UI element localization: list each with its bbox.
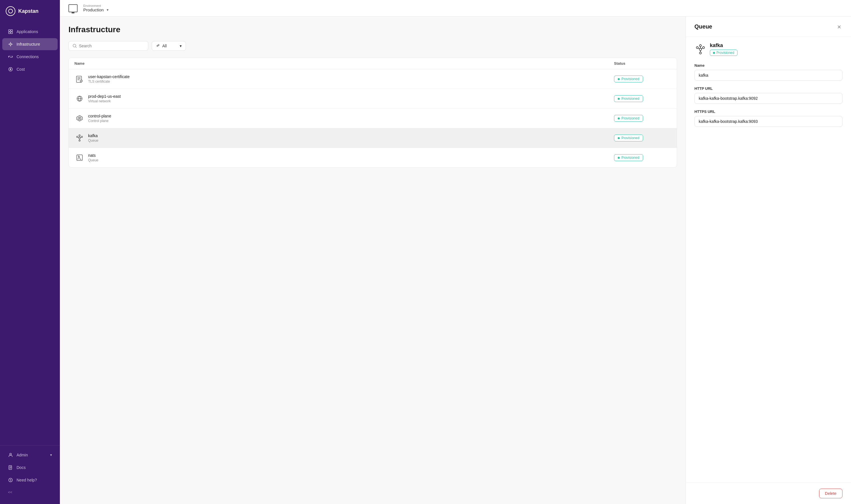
- svg-point-9: [10, 481, 11, 482]
- svg-point-4: [10, 43, 12, 45]
- sidebar-item-infrastructure[interactable]: Infrastructure: [2, 38, 58, 50]
- item-details: nats Queue: [88, 153, 99, 162]
- status-dot: [618, 157, 620, 159]
- sidebar-item-connections[interactable]: Connections: [2, 51, 58, 63]
- detail-status-badge: Provisioned: [710, 50, 738, 56]
- status-badge: Provisioned: [614, 95, 643, 102]
- status-dot: [618, 137, 620, 139]
- sidebar-nav: Applications Infrastructure Connections: [0, 22, 60, 445]
- detail-body: Name HTTP URL HTTPS URL: [686, 60, 851, 483]
- svg-point-11: [157, 45, 158, 47]
- list-panel: Infrastructure: [60, 17, 686, 504]
- field-group-https-url: HTTPS URL: [694, 109, 843, 127]
- svg-point-24: [699, 48, 702, 51]
- status-badge: Provisioned: [614, 134, 643, 141]
- item-name: kafka: [88, 133, 99, 138]
- item-info: user-kapstan-certificate TLS certificate: [74, 74, 614, 84]
- page-body: Infrastructure: [60, 17, 851, 504]
- filter-icon: [156, 44, 160, 48]
- detail-service-info: kafka Provisioned: [710, 42, 738, 56]
- filter-label: All: [162, 43, 167, 48]
- search-icon: [73, 44, 77, 48]
- sidebar-item-docs[interactable]: Docs: [2, 462, 58, 473]
- toolbar: All ▾: [68, 41, 677, 51]
- infra-table: Name Status: [68, 58, 677, 168]
- field-group-http-url: HTTP URL: [694, 86, 843, 104]
- app-logo[interactable]: Kapstan: [0, 0, 60, 22]
- collapse-icon: <<: [8, 490, 12, 494]
- app-name: Kapstan: [18, 8, 38, 14]
- network-icon: [74, 93, 85, 104]
- field-group-name: Name: [694, 63, 843, 81]
- detail-kafka-icon: [694, 43, 706, 55]
- item-details: prod-dep1-us-east Virtual network: [88, 94, 121, 103]
- filter-chevron-icon: ▾: [180, 43, 182, 48]
- detail-panel-title: Queue: [694, 23, 712, 30]
- detail-footer: Delete: [686, 483, 851, 504]
- sidebar-cost-label: Cost: [17, 67, 25, 72]
- filter-dropdown[interactable]: All ▾: [152, 41, 186, 51]
- sidebar-applications-label: Applications: [17, 29, 38, 34]
- item-details: control-plane Control plane: [88, 114, 111, 123]
- svg-point-28: [703, 47, 705, 49]
- svg-point-8: [9, 478, 13, 482]
- status-text: Provisioned: [621, 97, 639, 101]
- status-text: Provisioned: [621, 136, 639, 140]
- field-input-https-url[interactable]: [694, 116, 843, 127]
- table-header: Name Status: [69, 58, 677, 69]
- infrastructure-icon: [8, 42, 13, 47]
- item-info: nats Queue: [74, 152, 614, 163]
- item-name: user-kapstan-certificate: [88, 74, 130, 79]
- sidebar-item-admin[interactable]: Admin ▾: [2, 449, 58, 461]
- applications-icon: [8, 29, 13, 34]
- sidebar-connections-label: Connections: [17, 54, 39, 59]
- svg-point-26: [699, 52, 702, 54]
- table-row[interactable]: user-kapstan-certificate TLS certificate…: [69, 69, 677, 89]
- close-panel-button[interactable]: ✕: [836, 23, 843, 31]
- search-input[interactable]: [79, 43, 144, 48]
- table-row[interactable]: prod-dep1-us-east Virtual network Provis…: [69, 89, 677, 109]
- main-content: Environment Production ▾ Infrastructure: [60, 0, 851, 504]
- status-cell: Provisioned: [614, 134, 671, 141]
- cost-icon: [8, 67, 13, 72]
- help-label: Need help?: [17, 478, 37, 482]
- detail-header: Queue ✕: [686, 17, 851, 37]
- nats-icon: [74, 152, 85, 163]
- field-label-https-url: HTTPS URL: [694, 109, 843, 114]
- table-row[interactable]: nats Queue Provisioned: [69, 148, 677, 167]
- item-details: user-kapstan-certificate TLS certificate: [88, 74, 130, 84]
- sidebar: Kapstan Applications Infrastructure: [0, 0, 60, 504]
- item-type: Control plane: [88, 119, 111, 123]
- status-badge: Provisioned: [614, 154, 643, 161]
- col-header-name: Name: [74, 61, 614, 66]
- environment-selector[interactable]: Environment Production ▾: [68, 4, 109, 12]
- svg-rect-0: [8, 30, 10, 31]
- table-row[interactable]: control-plane Control plane Provisioned: [69, 109, 677, 128]
- sidebar-item-applications[interactable]: Applications: [2, 26, 58, 38]
- svg-point-25: [699, 44, 702, 47]
- kafka-icon: [74, 133, 85, 143]
- item-info: prod-dep1-us-east Virtual network: [74, 93, 614, 104]
- item-type: Virtual network: [88, 99, 121, 103]
- field-input-http-url[interactable]: [694, 93, 843, 104]
- svg-rect-1: [11, 30, 13, 31]
- search-box[interactable]: [68, 41, 148, 51]
- delete-button[interactable]: Delete: [819, 489, 843, 498]
- field-label-http-url: HTTP URL: [694, 86, 843, 91]
- sidebar-item-cost[interactable]: Cost: [2, 63, 58, 75]
- detail-status-dot: [713, 52, 715, 54]
- svg-point-12: [158, 44, 159, 46]
- admin-icon: [8, 452, 13, 457]
- certificate-icon: [74, 74, 85, 84]
- field-label-name: Name: [694, 63, 843, 68]
- table-row[interactable]: kafka Queue Provisioned: [69, 128, 677, 148]
- status-cell: Provisioned: [614, 75, 671, 83]
- item-name: prod-dep1-us-east: [88, 94, 121, 98]
- sidebar-bottom: Admin ▾ Docs Need help? <<: [0, 445, 60, 504]
- controlplane-icon: [74, 113, 85, 123]
- collapse-sidebar-button[interactable]: <<: [2, 487, 58, 498]
- field-input-name[interactable]: [694, 70, 843, 81]
- admin-chevron-icon: ▾: [50, 453, 52, 457]
- sidebar-item-help[interactable]: Need help?: [2, 474, 58, 486]
- status-text: Provisioned: [621, 156, 639, 160]
